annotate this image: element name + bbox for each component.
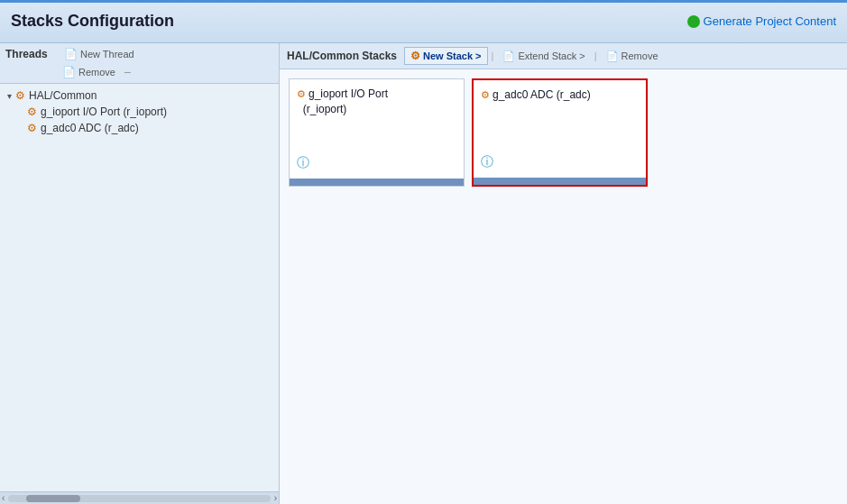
stack-card-adc0-content: ⚙g_adc0 ADC (r_adc) ⓘ (474, 80, 646, 178)
ioport-card-icon: ⚙ (297, 88, 306, 99)
threads-panel: Threads 📄 New Thread 📄 Remove − ▾ ⚙ HAL/… (0, 43, 280, 504)
extend-stack-button[interactable]: 📄 Extend Stack > (497, 49, 590, 64)
adc0-card-icon: ⚙ (481, 89, 490, 100)
card-footer-adc0 (474, 178, 646, 185)
threads-tree: ▾ ⚙ HAL/Common ⚙ g_ioport I/O Port (r_io… (0, 84, 279, 491)
separator1: | (492, 50, 494, 61)
stacks-label: HAL/Common Stacks (287, 50, 397, 62)
remove-label: Remove (78, 67, 115, 78)
separator2: | (594, 50, 597, 61)
header: Stacks Configuration Generate Project Co… (0, 0, 847, 43)
card-spacer (297, 121, 456, 155)
expand-arrow-icon: ▾ (7, 91, 12, 101)
remove-thread-button[interactable]: 📄 Remove (60, 65, 118, 79)
ioport-icon: ⚙ (27, 105, 37, 118)
collapse-icon: − (124, 65, 131, 79)
ioport-label: g_ioport I/O Port (r_ioport) (41, 105, 167, 118)
extend-stack-label: Extend Stack > (518, 50, 585, 61)
remove-stack-icon: 📄 (606, 50, 619, 62)
page-title: Stacks Configuration (11, 12, 174, 31)
new-stack-label: New Stack > (423, 50, 482, 61)
info-icon-ioport[interactable]: ⓘ (297, 155, 456, 171)
tree-item-hal-common[interactable]: ▾ ⚙ HAL/Common (0, 87, 279, 104)
scrollbar-track[interactable] (8, 495, 270, 502)
card-footer-ioport (290, 179, 464, 186)
new-stack-icon: ⚙ (410, 50, 420, 62)
card-spacer2 (481, 106, 639, 154)
new-stack-button[interactable]: ⚙ New Stack > (404, 47, 488, 65)
stacks-panel: HAL/Common Stacks ⚙ New Stack > | 📄 Exte… (280, 43, 847, 504)
tree-item-ioport[interactable]: ⚙ g_ioport I/O Port (r_ioport) (0, 104, 279, 120)
stacks-toolbar: HAL/Common Stacks ⚙ New Stack > | 📄 Exte… (280, 43, 847, 69)
generate-label: Generate Project Content (704, 14, 836, 28)
generate-project-button[interactable]: Generate Project Content (687, 14, 836, 28)
scrollbar-thumb (26, 495, 80, 502)
main-layout: Threads 📄 New Thread 📄 Remove − ▾ ⚙ HAL/… (0, 43, 847, 504)
stack-card-adc0[interactable]: ⚙g_adc0 ADC (r_adc) ⓘ (472, 78, 648, 187)
new-thread-button[interactable]: 📄 New Thread (61, 47, 137, 61)
generate-icon (687, 15, 700, 28)
info-icon-adc0[interactable]: ⓘ (481, 154, 639, 170)
stack-card-adc0-title: ⚙g_adc0 ADC (r_adc) (481, 87, 639, 103)
adc0-label: g_adc0 ADC (r_adc) (41, 122, 139, 134)
adc0-icon: ⚙ (27, 122, 37, 134)
stacks-content: ⚙g_ioport I/O Port (r_ioport) ⓘ ⚙g_adc0 … (280, 69, 847, 504)
stack-card-ioport-title: ⚙g_ioport I/O Port (r_ioport) (297, 87, 456, 117)
progress-bar (0, 0, 847, 3)
threads-label: Threads (5, 48, 60, 60)
hal-common-label: HAL/Common (29, 89, 97, 102)
tree-item-adc0[interactable]: ⚙ g_adc0 ADC (r_adc) (0, 120, 279, 136)
threads-scrollbar[interactable]: ‹ › (0, 491, 279, 504)
threads-toolbar: Threads 📄 New Thread 📄 Remove − (0, 43, 279, 84)
scroll-left-arrow[interactable]: ‹ (2, 493, 8, 503)
remove-stack-label: Remove (621, 50, 658, 61)
hal-node-icon: ⚙ (15, 89, 25, 102)
extend-stack-icon: 📄 (502, 50, 515, 62)
scroll-right-arrow[interactable]: › (271, 493, 277, 503)
stack-card-ioport[interactable]: ⚙g_ioport I/O Port (r_ioport) ⓘ (289, 78, 465, 187)
new-thread-label: New Thread (80, 49, 134, 60)
remove-stack-button[interactable]: 📄 Remove (601, 49, 664, 64)
remove-icon: 📄 (62, 66, 76, 78)
stack-card-ioport-content: ⚙g_ioport I/O Port (r_ioport) ⓘ (290, 79, 464, 179)
new-thread-icon: 📄 (64, 48, 78, 60)
